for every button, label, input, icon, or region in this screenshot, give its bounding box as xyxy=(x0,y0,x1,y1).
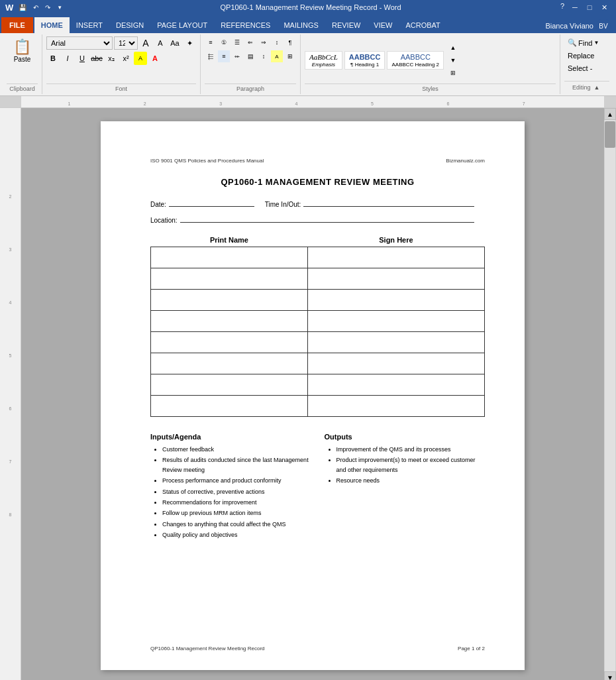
agenda-item: Results of audits conducted since the la… xyxy=(162,455,311,475)
doc-title: QP1060-1 MANAGEMENT REVIEW MEETING xyxy=(150,177,485,187)
quick-dropdown-icon[interactable]: ▼ xyxy=(56,5,64,11)
tab-home[interactable]: HOME xyxy=(34,17,70,33)
scroll-up-arrow[interactable]: ▲ xyxy=(604,108,616,120)
style-heading1-preview: AABBCC xyxy=(349,53,381,61)
tab-references[interactable]: REFERENCES xyxy=(214,17,277,33)
agenda-title: Inputs/Agenda xyxy=(150,433,311,441)
sort-button[interactable]: ↕ xyxy=(271,36,283,48)
borders-button[interactable]: ⊞ xyxy=(284,50,296,62)
agenda-item: Customer feedback xyxy=(162,445,311,454)
subscript-button[interactable]: x₂ xyxy=(105,52,118,65)
minimize-button[interactable]: ─ xyxy=(568,2,582,13)
bullets-button[interactable]: ≡ xyxy=(205,36,217,48)
footer-left: QP1060-1 Management Review Meeting Recor… xyxy=(150,646,265,652)
tab-acrobat[interactable]: ACROBAT xyxy=(399,17,446,33)
editing-group: 🔍 Find ▼ Replace Select - Editing ▲ xyxy=(560,34,613,94)
tab-review[interactable]: REVIEW xyxy=(325,17,367,33)
styles-more[interactable]: ⊞ xyxy=(447,67,459,79)
style-emphasis-preview: AaBbCcL xyxy=(309,53,338,61)
sign-here-cell xyxy=(307,290,484,311)
quick-redo-icon[interactable]: ↷ xyxy=(44,4,52,11)
sign-here-cell xyxy=(307,332,484,353)
style-emphasis[interactable]: AaBbCcL Emphasis xyxy=(305,51,342,70)
find-icon: 🔍 xyxy=(568,38,577,47)
paste-button[interactable]: 📋 Paste xyxy=(7,36,38,66)
scroll-down-arrow[interactable]: ▼ xyxy=(604,671,616,680)
scrollbar[interactable]: ▲ ▼ xyxy=(604,108,616,680)
line-spacing-button[interactable]: ↕ xyxy=(258,50,270,62)
print-name-cell xyxy=(151,374,308,396)
select-button[interactable]: Select - xyxy=(564,62,609,74)
tab-file[interactable]: FILE xyxy=(1,17,33,33)
user-name: Bianca Viviano xyxy=(545,22,593,30)
find-button[interactable]: 🔍 Find ▼ xyxy=(564,36,609,49)
table-row xyxy=(151,311,485,332)
paste-label: Paste xyxy=(14,56,31,63)
ruler: 1 2 3 4 5 6 7 xyxy=(0,96,616,108)
agenda-item: Recommendations for improvement xyxy=(162,498,311,507)
font-color-button[interactable]: A xyxy=(148,52,162,65)
help-icon[interactable]: ? xyxy=(558,2,567,13)
show-marks-button[interactable]: ¶ xyxy=(284,36,296,48)
style-heading1[interactable]: AABBCC ¶ Heading 1 xyxy=(344,51,385,70)
underline-button[interactable]: U xyxy=(76,52,89,65)
doc-header-left: ISO 9001 QMS Policies and Procedures Man… xyxy=(150,158,264,164)
strikethrough-button[interactable]: abc xyxy=(90,52,103,65)
window-controls: ? ─ □ ✕ xyxy=(558,2,611,13)
tab-design[interactable]: DESIGN xyxy=(109,17,150,33)
print-name-cell xyxy=(151,247,308,268)
print-name-cell xyxy=(151,332,308,353)
change-case-button[interactable]: Aa xyxy=(168,36,181,50)
tab-page-layout[interactable]: PAGE LAYOUT xyxy=(150,17,214,33)
paragraph-group: ≡ ① ☰ ⇐ ⇒ ↕ ¶ ⬱ ≡ ⬰ ▤ ↕ A ⊞ Paragraph xyxy=(201,34,301,94)
italic-button[interactable]: I xyxy=(61,52,74,65)
align-left-button[interactable]: ⬱ xyxy=(205,50,217,62)
tab-mailings[interactable]: MAILINGS xyxy=(277,17,325,33)
document-page: ISO 9001 QMS Policies and Procedures Man… xyxy=(101,121,525,670)
clear-format-button[interactable]: ✦ xyxy=(183,36,196,50)
doc-footer: QP1060-1 Management Review Meeting Recor… xyxy=(150,646,485,652)
sign-here-cell xyxy=(307,247,484,268)
font-name-select[interactable]: Arial Times New Roman Calibri xyxy=(46,36,113,50)
increase-font-button[interactable]: A xyxy=(139,36,152,50)
multilevel-button[interactable]: ☰ xyxy=(231,36,243,48)
title-bar-left: W 💾 ↶ ↷ ▼ xyxy=(5,3,64,13)
align-center-button[interactable]: ≡ xyxy=(218,50,230,62)
increase-indent-button[interactable]: ⇒ xyxy=(258,36,270,48)
clipboard-label: Clipboard xyxy=(7,84,38,92)
location-line xyxy=(180,213,474,223)
scroll-track[interactable] xyxy=(605,120,615,671)
numbering-button[interactable]: ① xyxy=(218,36,230,48)
replace-button[interactable]: Replace xyxy=(564,50,609,62)
styles-scroll-down[interactable]: ▼ xyxy=(447,54,459,66)
scroll-thumb[interactable] xyxy=(605,121,615,148)
user-avatar[interactable]: BV xyxy=(596,19,611,33)
style-heading2-preview: AABBCC xyxy=(401,53,431,61)
output-item: Product improvement(s) to meet or exceed… xyxy=(336,455,486,475)
replace-label: Replace xyxy=(568,52,594,60)
tab-view[interactable]: VIEW xyxy=(367,17,399,33)
maximize-button[interactable]: □ xyxy=(583,2,596,13)
quick-save-icon[interactable]: 💾 xyxy=(17,4,28,11)
style-heading2[interactable]: AABBCC AABBCC Heading 2 xyxy=(387,51,444,70)
sign-here-cell xyxy=(307,268,484,290)
word-icon: W xyxy=(5,3,13,13)
left-ruler: 2 3 4 5 6 7 8 xyxy=(0,108,21,680)
bold-button[interactable]: B xyxy=(46,52,60,65)
ribbon-tabs: FILE HOME INSERT DESIGN PAGE LAYOUT REFE… xyxy=(0,15,616,33)
editing-label: Editing ▲ xyxy=(564,81,609,92)
align-right-button[interactable]: ⬰ xyxy=(231,50,243,62)
agenda-list: Customer feedbackResults of audits condu… xyxy=(150,445,311,540)
superscript-button[interactable]: x² xyxy=(119,52,132,65)
decrease-font-button[interactable]: A xyxy=(154,36,167,50)
quick-undo-icon[interactable]: ↶ xyxy=(32,4,40,11)
shading-button[interactable]: A xyxy=(271,50,283,62)
close-button[interactable]: ✕ xyxy=(597,2,611,13)
styles-scroll-up[interactable]: ▲ xyxy=(447,42,459,54)
editing-collapse-button[interactable]: ▲ xyxy=(592,83,601,92)
decrease-indent-button[interactable]: ⇐ xyxy=(244,36,256,48)
font-size-select[interactable]: 12 10 14 xyxy=(114,36,138,50)
justify-button[interactable]: ▤ xyxy=(244,50,256,62)
text-highlight-button[interactable]: A xyxy=(134,52,147,65)
tab-insert[interactable]: INSERT xyxy=(70,17,109,33)
